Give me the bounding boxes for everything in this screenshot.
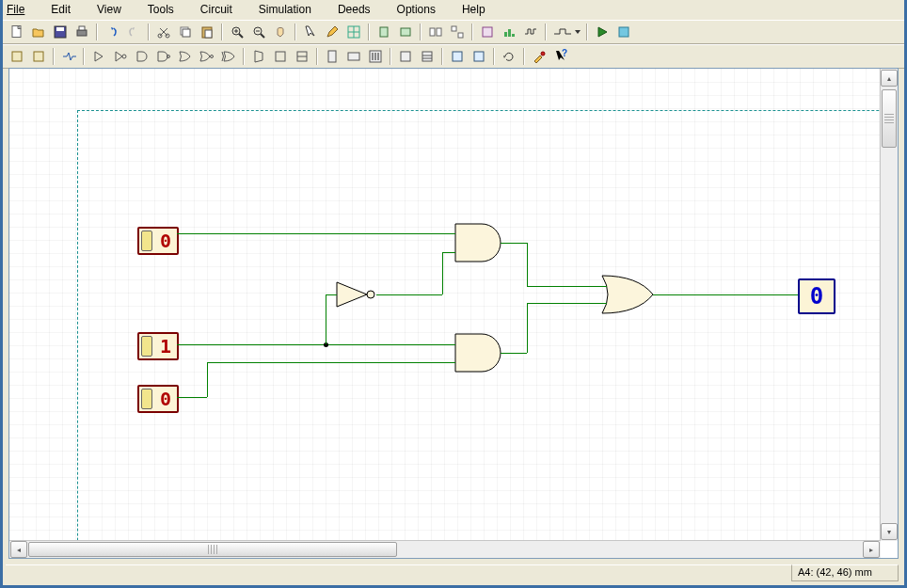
memory-icon[interactable] xyxy=(395,46,416,67)
wire xyxy=(442,252,443,294)
input-value: 0 xyxy=(154,229,177,253)
refresh-icon[interactable] xyxy=(499,46,519,67)
svg-rect-4 xyxy=(79,26,85,30)
nand-gate-icon[interactable] xyxy=(153,46,174,67)
probe-icon[interactable] xyxy=(529,46,549,67)
zoom-in-icon[interactable] xyxy=(227,22,247,42)
redo-icon[interactable] xyxy=(123,22,144,42)
not-gate[interactable] xyxy=(335,280,382,311)
pan-icon[interactable] xyxy=(270,22,291,42)
or-gate[interactable] xyxy=(600,274,660,318)
play-icon[interactable] xyxy=(592,22,613,42)
wire xyxy=(527,303,607,304)
save-icon[interactable] xyxy=(50,22,71,42)
latch-icon[interactable] xyxy=(28,46,49,67)
labels-icon-2[interactable] xyxy=(447,22,468,42)
select-icon[interactable] xyxy=(300,22,321,42)
tool-b-icon[interactable] xyxy=(469,46,489,67)
counter-icon[interactable] xyxy=(292,46,312,67)
display-icon[interactable] xyxy=(343,46,364,67)
horizontal-scrollbar[interactable]: ◂ ▸ xyxy=(9,540,881,558)
ff-icon[interactable] xyxy=(270,46,291,67)
grid-options-icon[interactable] xyxy=(343,22,364,42)
scroll-thumb[interactable] xyxy=(882,89,897,148)
menu-view[interactable]: View xyxy=(97,3,135,16)
input-value: 1 xyxy=(154,334,177,358)
svg-line-12 xyxy=(239,34,243,38)
wire xyxy=(177,344,455,345)
buffer-gate-icon[interactable] xyxy=(88,46,109,67)
scroll-left-icon[interactable]: ◂ xyxy=(10,541,27,558)
svg-rect-41 xyxy=(348,53,359,60)
menu-tools[interactable]: Tools xyxy=(148,3,187,16)
output-display[interactable]: 0 xyxy=(798,278,835,314)
cut-icon[interactable] xyxy=(153,22,174,42)
switch-knob-icon[interactable] xyxy=(141,230,152,251)
paste-icon[interactable] xyxy=(197,22,217,42)
dropdown-icon[interactable] xyxy=(550,22,582,42)
sensor-icon[interactable] xyxy=(7,46,27,67)
scroll-right-icon[interactable]: ▸ xyxy=(863,541,880,558)
vertical-scrollbar[interactable]: ▴ ▾ xyxy=(880,69,898,541)
chart-tool-icon[interactable] xyxy=(499,22,519,42)
wire xyxy=(501,243,527,244)
wire xyxy=(442,252,455,253)
nor-gate-icon[interactable] xyxy=(197,46,217,67)
menu-options[interactable]: Options xyxy=(397,3,449,16)
wire xyxy=(653,294,798,295)
svg-rect-24 xyxy=(437,28,441,36)
menu-simulation[interactable]: Simulation xyxy=(259,3,325,16)
switcharray-icon[interactable] xyxy=(365,46,386,67)
wire xyxy=(527,286,607,287)
input-switch-a[interactable]: 0 xyxy=(137,227,179,255)
xor-gate-icon[interactable] xyxy=(218,46,239,67)
toolbar-row-1 xyxy=(3,20,904,44)
copy-icon[interactable] xyxy=(175,22,196,42)
pencil-icon[interactable] xyxy=(322,22,342,42)
menu-edit[interactable]: Edit xyxy=(51,3,84,16)
svg-rect-8 xyxy=(183,29,190,37)
wire xyxy=(326,294,337,295)
svg-rect-50 xyxy=(453,52,462,61)
tool-a-icon[interactable] xyxy=(447,46,468,67)
labels-icon-1[interactable] xyxy=(425,22,446,42)
simulate-icon[interactable] xyxy=(613,22,634,42)
not-gate-icon[interactable] xyxy=(110,46,131,67)
menu-bar: File Edit View Tools Circuit Simulation … xyxy=(3,0,904,20)
menu-file[interactable]: File xyxy=(7,3,38,16)
seg7-icon[interactable] xyxy=(322,46,342,67)
input-switch-c[interactable]: 0 xyxy=(137,385,179,413)
pla-icon[interactable] xyxy=(417,46,438,67)
and-gate-top[interactable] xyxy=(454,222,510,266)
and-gate-bottom[interactable] xyxy=(454,332,510,376)
or-gate-icon[interactable] xyxy=(175,46,196,67)
and-gate-icon[interactable] xyxy=(132,46,152,67)
wire xyxy=(527,303,528,353)
print-icon[interactable] xyxy=(72,22,92,42)
canvas[interactable]: 0 1 0 xyxy=(8,68,899,559)
menu-circuit[interactable]: Circuit xyxy=(200,3,246,16)
whatsthis-icon[interactable]: ? xyxy=(550,46,571,67)
chip-icon-2[interactable] xyxy=(395,22,416,42)
mux-icon[interactable] xyxy=(248,46,269,67)
switch-knob-icon[interactable] xyxy=(141,389,152,409)
module-icon[interactable] xyxy=(477,22,498,42)
scroll-down-icon[interactable]: ▾ xyxy=(881,523,898,540)
chip-icon-1[interactable] xyxy=(374,22,394,42)
undo-icon[interactable] xyxy=(102,22,122,42)
switch-knob-icon[interactable] xyxy=(141,336,152,357)
scroll-thumb[interactable] xyxy=(28,542,397,557)
wave-icon[interactable] xyxy=(520,22,541,42)
svg-rect-45 xyxy=(377,53,379,60)
new-file-icon[interactable] xyxy=(7,22,27,42)
wire-tool-icon[interactable] xyxy=(58,46,79,67)
input-switch-b[interactable]: 1 xyxy=(137,332,179,360)
zoom-out-icon[interactable] xyxy=(248,22,269,42)
wire xyxy=(207,362,208,397)
scroll-up-icon[interactable]: ▴ xyxy=(881,70,898,87)
svg-rect-44 xyxy=(374,53,376,60)
open-file-icon[interactable] xyxy=(28,22,49,42)
output-value: 0 xyxy=(810,283,823,310)
menu-deeds[interactable]: Deeds xyxy=(338,3,384,16)
menu-help[interactable]: Help xyxy=(462,3,499,16)
